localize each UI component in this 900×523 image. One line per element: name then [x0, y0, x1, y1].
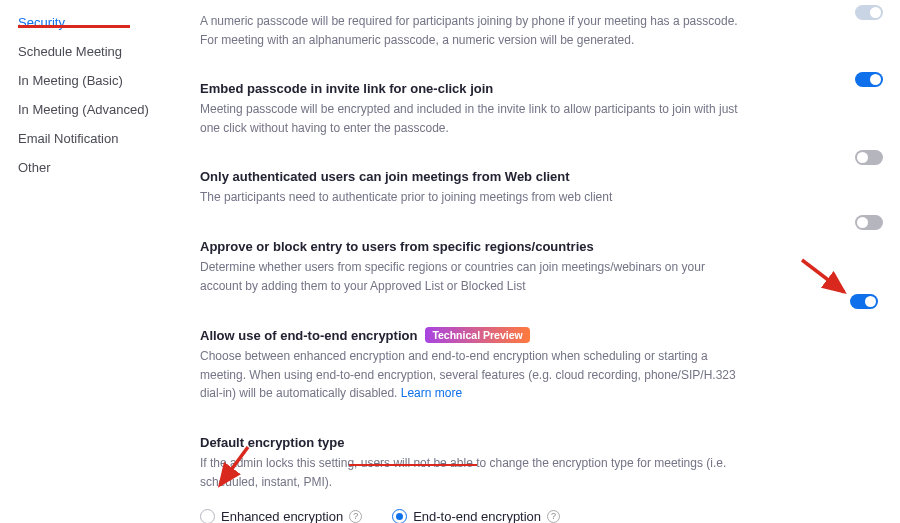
- sidebar-item-other[interactable]: Other: [18, 153, 178, 182]
- setting-e2e-desc: Choose between enhanced encryption and e…: [200, 347, 740, 403]
- setting-auth-web-title: Only authenticated users can join meetin…: [200, 169, 880, 184]
- help-icon[interactable]: ?: [547, 510, 560, 523]
- setting-embed-passcode: Embed passcode in invite link for one-cl…: [200, 63, 880, 151]
- encryption-radio-group: Enhanced encryption ? End-to-end encrypt…: [200, 509, 880, 523]
- sidebar-item-security[interactable]: Security: [18, 8, 178, 37]
- setting-default-encryption-title: Default encryption type: [200, 435, 880, 450]
- radio-circle-icon: [200, 509, 215, 523]
- sidebar-item-schedule-meeting[interactable]: Schedule Meeting: [18, 37, 178, 66]
- setting-embed-passcode-title: Embed passcode in invite link for one-cl…: [200, 81, 880, 96]
- sidebar-item-email-notification[interactable]: Email Notification: [18, 124, 178, 153]
- radio-e2e-label: End-to-end encryption: [413, 509, 541, 523]
- help-icon[interactable]: ?: [349, 510, 362, 523]
- settings-content: A numeric passcode will be required for …: [200, 0, 880, 523]
- toggle-e2e[interactable]: [850, 294, 878, 309]
- setting-passcode-numeric: A numeric passcode will be required for …: [200, 0, 880, 63]
- toggle-auth-web[interactable]: [855, 150, 883, 165]
- setting-embed-passcode-desc: Meeting passcode will be encrypted and i…: [200, 100, 740, 137]
- setting-regions-title: Approve or block entry to users from spe…: [200, 239, 880, 254]
- setting-e2e: Allow use of end-to-end encryption Techn…: [200, 309, 880, 417]
- setting-auth-web-desc: The participants need to authenticate pr…: [200, 188, 740, 207]
- toggle-embed-passcode[interactable]: [855, 72, 883, 87]
- annotation-underline-sidebar: [18, 25, 130, 28]
- setting-default-encryption: Default encryption type If the admin loc…: [200, 417, 880, 523]
- toggle-passcode-numeric[interactable]: [855, 5, 883, 20]
- setting-regions: Approve or block entry to users from spe…: [200, 221, 880, 309]
- setting-e2e-title: Allow use of end-to-end encryption: [200, 328, 417, 343]
- technical-preview-badge: Technical Preview: [425, 327, 529, 343]
- setting-default-encryption-desc: If the admin locks this setting, users w…: [200, 454, 740, 491]
- annotation-underline-radio: [349, 464, 477, 466]
- setting-e2e-title-row: Allow use of end-to-end encryption Techn…: [200, 327, 880, 343]
- sidebar-item-in-meeting-advanced[interactable]: In Meeting (Advanced): [18, 95, 178, 124]
- learn-more-link[interactable]: Learn more: [401, 386, 462, 400]
- sidebar-item-in-meeting-basic[interactable]: In Meeting (Basic): [18, 66, 178, 95]
- sidebar: Security Schedule Meeting In Meeting (Ba…: [18, 8, 178, 182]
- toggle-regions[interactable]: [855, 215, 883, 230]
- setting-regions-desc: Determine whether users from specific re…: [200, 258, 740, 295]
- setting-e2e-desc-text: Choose between enhanced encryption and e…: [200, 349, 736, 400]
- setting-auth-web: Only authenticated users can join meetin…: [200, 151, 880, 221]
- radio-e2e-encryption[interactable]: End-to-end encryption ?: [392, 509, 560, 523]
- radio-circle-icon: [392, 509, 407, 523]
- radio-enhanced-label: Enhanced encryption: [221, 509, 343, 523]
- radio-enhanced-encryption[interactable]: Enhanced encryption ?: [200, 509, 362, 523]
- setting-passcode-numeric-desc: A numeric passcode will be required for …: [200, 12, 740, 49]
